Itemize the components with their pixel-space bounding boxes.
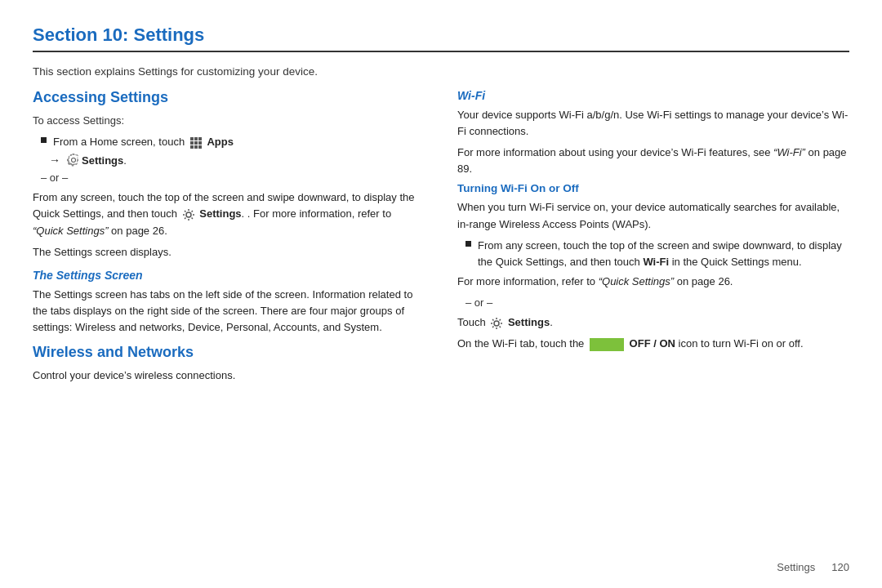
page-header: Section 10: Settings — [33, 24, 849, 52]
left-column: Accessing Settings To access Settings: F… — [33, 89, 425, 390]
wifi-bullet-1: From any screen, touch the top of the sc… — [457, 238, 849, 270]
wifi-bullet-text: From any screen, touch the top of the sc… — [478, 238, 849, 270]
gear-settings-icon — [182, 208, 195, 221]
svg-rect-2 — [198, 137, 202, 140]
bullet-apps-text: From a Home screen, touch Apps — [53, 134, 425, 150]
settings-screen-para: The Settings screen has tabs on the left… — [33, 287, 425, 336]
turning-wifi-para2: For more information, refer to “Quick Se… — [457, 274, 849, 290]
wifi-bullet-square — [466, 241, 471, 247]
wireless-networks-heading: Wireless and Networks — [33, 344, 425, 361]
wifi-para2: For more information about using your de… — [457, 145, 849, 177]
accessing-settings-heading: Accessing Settings — [33, 89, 425, 106]
arrow-settings-item: → Settings. — [49, 154, 425, 167]
svg-point-10 — [494, 321, 499, 326]
apps-icon — [189, 136, 203, 149]
svg-rect-4 — [194, 141, 198, 145]
accessing-para2: The Settings screen displays. — [33, 244, 425, 261]
content-wrapper: Accessing Settings To access Settings: F… — [33, 89, 849, 390]
footer-label: Settings — [777, 561, 815, 573]
bullet-apps: From a Home screen, touch Apps — [33, 134, 425, 150]
accessing-label: To access Settings: — [33, 113, 425, 129]
touch-settings-line: Touch Settings. — [457, 314, 849, 331]
turning-wifi-heading: Turning Wi-Fi On or Off — [457, 182, 849, 194]
settings-screen-heading: The Settings Screen — [33, 269, 425, 282]
settings-label: Settings — [82, 154, 123, 167]
svg-rect-8 — [198, 145, 202, 149]
or-text-1: – or – — [41, 170, 425, 186]
page-footer: Settings 120 — [777, 561, 849, 573]
svg-rect-3 — [190, 141, 194, 145]
svg-rect-0 — [190, 137, 194, 140]
from-home-text: From a Home screen, touch — [53, 136, 185, 148]
svg-rect-6 — [190, 145, 194, 149]
wifi-heading: Wi-Fi — [457, 89, 849, 102]
para1-settings-bold: Settings — [199, 207, 241, 220]
turning-wifi-para1: When you turn Wi-Fi service on, your dev… — [457, 199, 849, 232]
svg-rect-5 — [198, 141, 202, 145]
svg-rect-1 — [194, 137, 198, 140]
wifi-toggle-icon — [590, 338, 624, 351]
touch-settings-label: Settings — [508, 316, 550, 328]
apps-label: Apps — [207, 136, 234, 148]
touch-gear-icon — [490, 317, 503, 330]
right-column: Wi-Fi Your device supports Wi-Fi a/b/g/n… — [457, 89, 849, 390]
intro-text: This section explains Settings for custo… — [33, 64, 849, 81]
wifi-para1: Your device supports Wi-Fi a/b/g/n. Use … — [457, 107, 849, 140]
footer-page: 120 — [831, 561, 849, 573]
arrow-icon: → — [49, 154, 60, 167]
gear-icon — [67, 154, 80, 167]
accessing-para1: From any screen, touch the top of the sc… — [33, 189, 425, 238]
page-title: Section 10: Settings — [33, 24, 204, 45]
or-text-2: – or – — [466, 295, 849, 311]
bullet-square-icon — [41, 137, 47, 143]
wifi-toggle-para: On the Wi-Fi tab, touch the OFF / ON ico… — [457, 336, 849, 352]
wireless-networks-para: Control your device’s wireless connectio… — [33, 368, 425, 384]
svg-point-9 — [186, 212, 191, 217]
svg-rect-7 — [194, 145, 198, 149]
